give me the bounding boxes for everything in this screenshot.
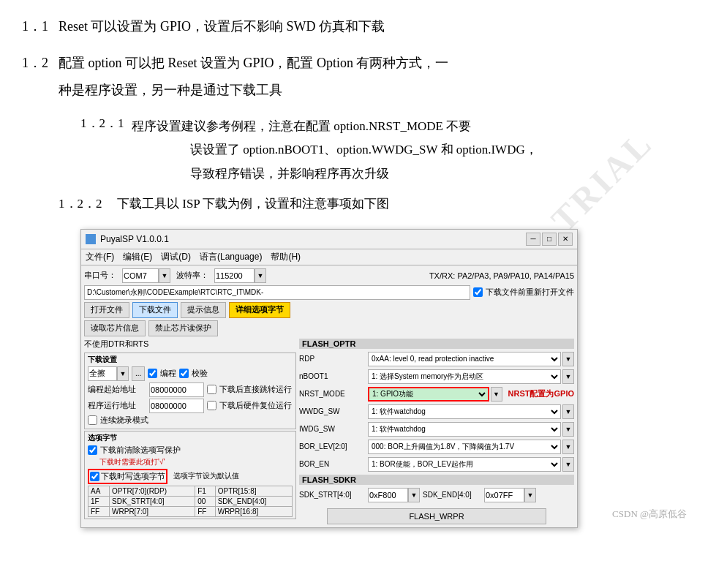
section-text-1-2-line2: 种是程序设置，另一种是通过下载工具 xyxy=(59,83,282,97)
program-label: 编程 xyxy=(160,368,176,379)
optr-row-1: 1F SDK_STRT[4:0] 00 SDK_END[4:0] xyxy=(88,496,293,506)
maximize-button[interactable]: □ xyxy=(542,233,557,246)
erase-combo[interactable]: ▼ xyxy=(88,366,129,381)
menu-edit[interactable]: 编辑(E) xyxy=(123,251,152,263)
port-dropdown-btn[interactable]: ▼ xyxy=(159,268,170,283)
nboot1-select[interactable]: 1: 选择System memory作为启动区 xyxy=(368,369,561,384)
nrst-row: NRST_MODE 1: GPIO功能 ▼ NRST配置为GPIO xyxy=(299,387,574,402)
file-path-input[interactable] xyxy=(84,285,470,300)
optr-cell-1-2: 00 xyxy=(195,496,215,506)
bor-en-dropdown[interactable]: ▼ xyxy=(562,457,574,472)
program-checkbox[interactable] xyxy=(148,369,157,378)
optr-cell-1-3: SDK_END[4:0] xyxy=(215,496,292,506)
isp-window-controls: ─ □ ✕ xyxy=(526,233,573,246)
flash-optr-header: FLASH_OPTR xyxy=(299,339,574,349)
minimize-button[interactable]: ─ xyxy=(526,233,540,246)
sdk-strt-row: SDK_STRT[4:0] ▼ SDK_END[4:0] ▼ xyxy=(299,488,574,502)
menu-file[interactable]: 文件(F) xyxy=(86,251,114,263)
wwdg-dropdown[interactable]: ▼ xyxy=(562,404,574,419)
menu-language[interactable]: 语言(Language) xyxy=(200,251,262,263)
addr-run-row: 程序运行地址 下载后硬件复位运行 xyxy=(88,399,293,413)
nrst-select[interactable]: 1: GPIO功能 xyxy=(368,387,489,402)
bor-en-label: BOR_EN xyxy=(299,460,365,468)
sdk-strt-dropdown[interactable]: ▼ xyxy=(408,488,420,502)
sdk-end-input[interactable] xyxy=(484,488,524,502)
write-option-border: 下载时写选项字节 xyxy=(88,469,167,484)
wwdg-select[interactable]: 1: 软件watchdog xyxy=(368,404,561,419)
optr-cell-0-3: OPTR[15:8] xyxy=(215,486,292,496)
isp-main-panels: 不使用DTR和RTS 下载设置 ▼ ... xyxy=(84,339,574,524)
optr-cell-0-0: AA xyxy=(88,486,110,496)
baud-label: 波特率： xyxy=(176,270,208,281)
erase-row: ▼ ... 编程 校验 xyxy=(88,366,293,381)
nrst-annotation: NRST配置为GPIO xyxy=(508,388,574,399)
rdp-select[interactable]: 0xAA: level 0, read protection inactive xyxy=(368,352,561,366)
section-text-1-2-1-line2: 误设置了 option.nBOOT1、option.WWDG_SW 和 opti… xyxy=(190,143,538,157)
sdk-strt-label: SDK_STRT[4:0] xyxy=(299,491,365,499)
nboot1-dropdown[interactable]: ▼ xyxy=(562,369,574,384)
need-v-label: 下载时需要此项打'√' xyxy=(99,457,293,467)
read-chip-button[interactable]: 读取芯片信息 xyxy=(84,320,146,336)
iwdg-select[interactable]: 1: 软件watchdog xyxy=(368,422,561,437)
reopen-label: 下载文件前重新打开文件 xyxy=(486,287,574,298)
option-bytes-group: 选项字节 下载前清除选项写保护 下载时需要此项打'√' 下载时写选项字节 xyxy=(84,431,296,519)
addr-start-row: 编程起始地址 下载后直接跳转运行 xyxy=(88,382,293,397)
write-option-checkbox[interactable] xyxy=(90,472,99,481)
addr-run-input[interactable] xyxy=(149,399,204,413)
section-text-1-1: Reset 可以设置为 GPIO，设置后不影响 SWD 仿真和下载 xyxy=(59,15,385,38)
reset-label: 下载后硬件复位运行 xyxy=(219,400,292,411)
erase-input[interactable] xyxy=(88,366,117,381)
optr-cell-2-0: FF xyxy=(88,506,110,516)
path-row: 下载文件前重新打开文件 xyxy=(84,285,574,300)
range-button[interactable]: ... xyxy=(132,366,145,381)
nrst-dropdown[interactable]: ▼ xyxy=(491,387,502,402)
reopen-checkbox[interactable] xyxy=(473,287,483,297)
baud-dropdown-btn[interactable]: ▼ xyxy=(255,268,266,283)
no-dtr-label: 不使用DTR和RTS xyxy=(84,339,148,348)
sdk-end-combo[interactable]: ▼ xyxy=(484,488,536,502)
disable-protect-button[interactable]: 禁止芯片读保护 xyxy=(148,320,218,336)
close-button[interactable]: ✕ xyxy=(558,233,573,246)
section-text-1-2-1-line1: 程序设置建议参考例程，注意在配置 option.NRST_MODE 不要 xyxy=(132,115,471,138)
addr-start-input[interactable] xyxy=(149,382,204,397)
port-combo[interactable]: ▼ xyxy=(122,268,170,283)
bor-lev-select[interactable]: 000: BOR上升阈值为1.8V，下降阈值为1.7V xyxy=(368,440,561,454)
sdk-strt-combo[interactable]: ▼ xyxy=(368,488,420,502)
sdk-end-dropdown[interactable]: ▼ xyxy=(524,488,536,502)
optr-cell-1-1: SDK_STRT[4:0] xyxy=(110,496,195,506)
menu-debug[interactable]: 调试(D) xyxy=(161,251,191,263)
iwdg-dropdown[interactable]: ▼ xyxy=(562,422,574,437)
optr-cell-1-0: 1F xyxy=(88,496,110,506)
rdp-dropdown[interactable]: ▼ xyxy=(562,352,574,366)
clear-protect-checkbox[interactable] xyxy=(88,445,97,455)
optr-row-2: FF WRPR[7:0] FF WRPR[16:8] xyxy=(88,506,293,516)
loop-checkbox[interactable] xyxy=(88,415,97,425)
isp-app-icon xyxy=(86,234,96,244)
option-bytes-title: 选项字节 xyxy=(88,433,293,443)
download-button[interactable]: 下载文件 xyxy=(132,302,178,318)
no-dtr-row: 不使用DTR和RTS xyxy=(84,339,296,350)
verify-checkbox[interactable] xyxy=(179,369,189,378)
flash-wrpr-button[interactable]: FLASH_WRPR xyxy=(327,508,547,524)
section-num-1-2: 1．2 xyxy=(22,51,59,75)
jump-checkbox[interactable] xyxy=(207,385,216,394)
iwdg-row: IWDG_SW 1: 软件watchdog ▼ xyxy=(299,422,574,437)
hint-button[interactable]: 提示信息 xyxy=(181,302,226,318)
isp-body: 串口号： ▼ 波特率： ▼ TX/RX: PA2/PA3, PA9/PA10, … xyxy=(81,265,577,527)
erase-dropdown[interactable]: ▼ xyxy=(117,366,129,381)
open-file-button[interactable]: 打开文件 xyxy=(84,302,129,318)
baud-input[interactable] xyxy=(214,268,255,283)
sdk-strt-input[interactable] xyxy=(368,488,408,502)
baud-combo[interactable]: ▼ xyxy=(214,268,266,283)
reset-checkbox[interactable] xyxy=(207,401,216,410)
isp-title-bar: PuyalSP V1.0.0.1 ─ □ ✕ xyxy=(81,230,577,249)
detail-option-button[interactable]: 详细选项字节 xyxy=(229,302,290,318)
port-input[interactable] xyxy=(122,268,159,283)
optr-cell-2-1: WRPR[7:0] xyxy=(110,506,195,516)
addr-start-label: 编程起始地址 xyxy=(88,384,146,395)
menu-help[interactable]: 帮助(H) xyxy=(271,251,301,263)
verify-label: 校验 xyxy=(192,368,208,379)
bor-lev-dropdown[interactable]: ▼ xyxy=(562,440,574,454)
bor-en-select[interactable]: 1: BOR使能，BOR_LEV起作用 xyxy=(368,457,561,472)
wwdg-row: WWDG_SW 1: 软件watchdog ▼ xyxy=(299,404,574,419)
